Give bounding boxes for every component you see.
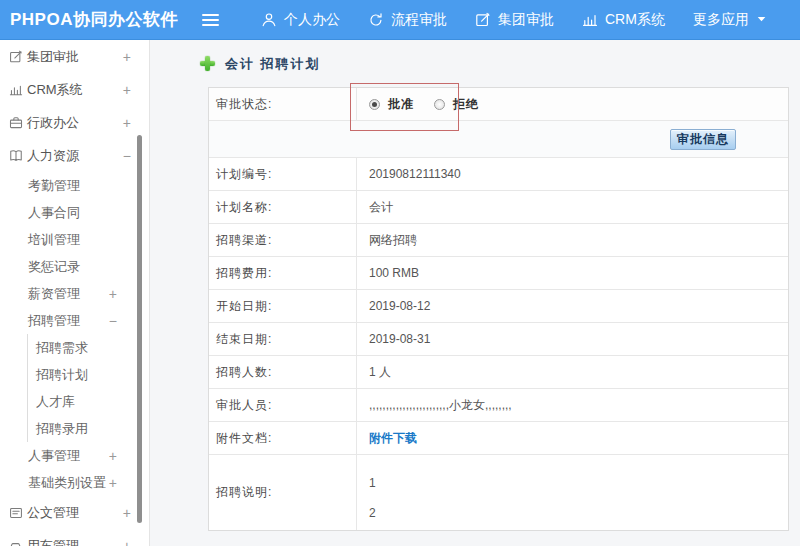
expand-icon[interactable]: + <box>109 476 117 490</box>
top-navbar: PHPOA协同办公软件 个人办公流程审批集团审批CRM系统更多应用 <box>0 0 800 40</box>
sidebar-item-label: 公文管理 <box>27 504 79 522</box>
sidebar-item-salary-mgmt[interactable]: 薪资管理+ <box>0 280 149 307</box>
briefcase-icon <box>9 116 23 130</box>
radio-label-reject: 拒绝 <box>453 96 479 113</box>
detail-row-recruit-cost: 招聘费用:100 RMB <box>209 257 788 290</box>
description-line: 2 <box>369 498 376 528</box>
sidebar-item-admin-office[interactable]: 行政办公+ <box>0 106 149 139</box>
detail-row-plan-number: 计划编号:20190812111340 <box>209 158 788 191</box>
sidebar-item-reward-punishment[interactable]: 奖惩记录 <box>0 253 149 280</box>
nav-item-crm-system[interactable]: CRM系统 <box>568 11 679 29</box>
caret-down-icon <box>756 14 767 25</box>
sidebar-item-recruit-mgmt[interactable]: 招聘管理− <box>0 307 149 334</box>
field-label-start-date: 开始日期: <box>209 290 357 322</box>
sidebar-item-attendance-mgmt[interactable]: 考勤管理 <box>0 172 149 199</box>
main-content: 会计 招聘计划 审批状态: 批准拒绝 审批信息 计划编号:20190812111… <box>150 40 800 546</box>
field-value-start-date: 2019-08-12 <box>357 290 788 322</box>
sidebar-item-personnel-contract[interactable]: 人事合同 <box>0 199 149 226</box>
sidebar-item-label: 招聘录用 <box>36 420 88 438</box>
approval-info-button[interactable]: 审批信息 <box>670 129 736 150</box>
sidebar-item-human-resources[interactable]: 人力资源− <box>0 139 149 172</box>
expand-icon[interactable]: + <box>109 449 117 463</box>
field-value-plan-name: 会计 <box>357 191 788 223</box>
field-value-approvers: ,,,,,,,,,,,,,,,,,,,,,,,,小龙女,,,,,,,, <box>357 389 788 421</box>
expand-icon[interactable]: + <box>123 83 131 97</box>
field-label-recruit-channel: 招聘渠道: <box>209 224 357 256</box>
add-icon[interactable] <box>200 56 215 71</box>
field-label-plan-name: 计划名称: <box>209 191 357 223</box>
sidebar-item-label: 招聘计划 <box>36 366 88 384</box>
person-icon <box>261 12 277 28</box>
sidebar-item-personnel-mgmt[interactable]: 人事管理+ <box>0 442 149 469</box>
field-label-attachment: 附件文档: <box>209 422 357 454</box>
sidebar-item-label: 考勤管理 <box>28 177 80 195</box>
radio-reject[interactable] <box>434 99 445 110</box>
expand-icon[interactable]: + <box>109 287 117 301</box>
sidebar-item-vehicle-mgmt[interactable]: 用车管理+ <box>0 529 149 546</box>
approval-status-row: 审批状态: 批准拒绝 <box>209 88 788 121</box>
sidebar-item-label: 集团审批 <box>27 48 79 66</box>
sidebar-item-label: 人事合同 <box>28 204 80 222</box>
sidebar-item-training-mgmt[interactable]: 培训管理 <box>0 226 149 253</box>
detail-row-attachment: 附件文档:附件下载 <box>209 422 788 455</box>
field-value-plan-number: 20190812111340 <box>357 158 788 190</box>
sidebar-item-crm-system[interactable]: CRM系统+ <box>0 73 149 106</box>
field-label-recruit-cost: 招聘费用: <box>209 257 357 289</box>
sidebar-item-label: CRM系统 <box>27 81 83 99</box>
detail-row-approvers: 审批人员:,,,,,,,,,,,,,,,,,,,,,,,,小龙女,,,,,,,, <box>209 389 788 422</box>
sidebar-item-group-approval[interactable]: 集团审批+ <box>0 40 149 73</box>
nav-item-workflow-approval[interactable]: 流程审批 <box>354 11 461 29</box>
radio-label-approve: 批准 <box>388 96 414 113</box>
collapse-icon[interactable]: − <box>123 149 131 163</box>
collapse-icon[interactable]: − <box>109 314 117 328</box>
sidebar-item-document-mgmt[interactable]: 公文管理+ <box>0 496 149 529</box>
expand-icon[interactable]: + <box>123 116 131 130</box>
sidebar-item-label: 薪资管理 <box>28 285 80 303</box>
nav-item-group-approval[interactable]: 集团审批 <box>461 11 568 29</box>
sidebar-item-label: 用车管理 <box>27 537 79 546</box>
field-value-recruit-cost: 100 RMB <box>357 257 788 289</box>
sidebar: 集团审批+CRM系统+行政办公+人力资源−考勤管理人事合同培训管理奖惩记录薪资管… <box>0 40 150 546</box>
book-icon <box>9 149 23 163</box>
bar-chart-icon <box>582 12 598 28</box>
nav-item-personal-office[interactable]: 个人办公 <box>247 11 354 29</box>
nav-item-label: 流程审批 <box>391 11 447 29</box>
bar-chart-icon <box>9 83 23 97</box>
field-value-attachment: 附件下载 <box>357 422 788 454</box>
sidebar-item-recruit-hiring[interactable]: 招聘录用 <box>27 415 149 442</box>
sidebar-item-label: 基础类别设置 <box>28 474 106 492</box>
field-label-approval-status: 审批状态: <box>209 88 357 120</box>
sidebar-item-label: 行政办公 <box>27 114 79 132</box>
app-window: PHPOA协同办公软件 个人办公流程审批集团审批CRM系统更多应用 集团审批+C… <box>0 0 800 546</box>
expand-icon[interactable]: + <box>123 539 131 546</box>
app-logo: PHPOA协同办公软件 <box>0 8 192 31</box>
nav-item-more-apps[interactable]: 更多应用 <box>679 11 781 29</box>
description-line: 1 <box>369 468 376 498</box>
nav-item-label: 更多应用 <box>693 11 749 29</box>
attachment-download-link[interactable]: 附件下载 <box>369 430 417 447</box>
page-title: 会计 招聘计划 <box>225 55 321 73</box>
expand-icon[interactable]: + <box>123 50 131 64</box>
sidebar-item-recruit-plan[interactable]: 招聘计划 <box>27 361 149 388</box>
sidebar-item-label: 人事管理 <box>28 447 80 465</box>
field-value-end-date: 2019-08-31 <box>357 323 788 355</box>
field-label-description: 招聘说明: <box>209 455 357 530</box>
radio-approve[interactable] <box>369 99 380 110</box>
sidebar-item-label: 招聘需求 <box>36 339 88 357</box>
sidebar-item-basic-category-settings[interactable]: 基础类别设置+ <box>0 469 149 496</box>
field-label-end-date: 结束日期: <box>209 323 357 355</box>
cycle-icon <box>368 12 384 28</box>
sidebar-scrollbar-thumb[interactable] <box>137 135 142 523</box>
expand-icon[interactable]: + <box>123 506 131 520</box>
edit-square-icon <box>9 50 23 64</box>
nav-item-label: 集团审批 <box>498 11 554 29</box>
detail-row-description: 招聘说明:12 <box>209 455 788 530</box>
sidebar-item-recruit-demand[interactable]: 招聘需求 <box>27 334 149 361</box>
menu-toggle-icon[interactable] <box>202 11 219 29</box>
detail-row-recruit-channel: 招聘渠道:网络招聘 <box>209 224 788 257</box>
sidebar-item-label: 人才库 <box>36 393 75 411</box>
field-value-recruit-count: 1 人 <box>357 356 788 388</box>
sidebar-item-label: 培训管理 <box>28 231 80 249</box>
sidebar-item-talent-pool[interactable]: 人才库 <box>27 388 149 415</box>
nav-item-label: CRM系统 <box>605 11 665 29</box>
